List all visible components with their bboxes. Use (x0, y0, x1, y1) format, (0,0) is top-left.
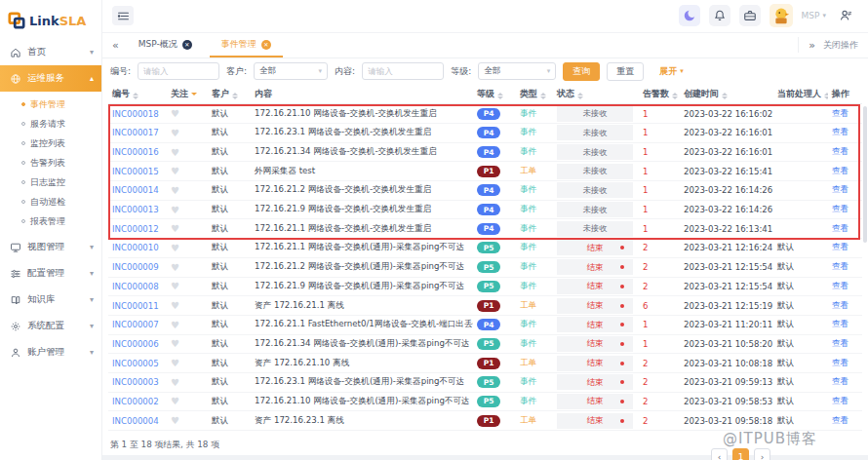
view-link[interactable]: 查看 (832, 338, 848, 348)
sidebar-item[interactable]: 账户管理▾ (0, 339, 101, 365)
heart-icon[interactable]: ♥ (171, 396, 179, 406)
filter-number-input[interactable] (138, 62, 219, 80)
dark-mode-toggle[interactable] (679, 5, 700, 26)
column-header[interactable]: 操作 (828, 85, 862, 104)
view-link[interactable]: 查看 (832, 300, 848, 310)
incident-link[interactable]: INC000016 (112, 147, 159, 157)
tabs-scroll-right-icon[interactable]: » (809, 39, 815, 52)
filter-customer-select[interactable]: 全部 ▾ (254, 62, 328, 80)
sort-icon[interactable] (133, 93, 138, 99)
notifications-button[interactable] (709, 5, 730, 26)
table-scrollbar[interactable] (863, 106, 867, 243)
heart-icon[interactable]: ♥ (171, 262, 179, 273)
column-header[interactable]: 客户 (208, 85, 251, 104)
filter-level-select[interactable]: 全部 ▾ (478, 62, 556, 80)
column-header[interactable]: 创建时间 (680, 85, 773, 104)
heart-icon[interactable]: ♥ (171, 205, 179, 215)
view-link[interactable]: 查看 (832, 223, 848, 233)
view-link[interactable]: 查看 (832, 261, 848, 271)
sort-icon[interactable] (577, 93, 583, 99)
prev-page-button[interactable]: ‹ (711, 448, 728, 460)
column-header[interactable]: 编号 (108, 85, 167, 104)
view-link[interactable]: 查看 (832, 108, 848, 118)
incident-link[interactable]: INC000003 (112, 377, 159, 387)
incident-link[interactable]: INC000004 (112, 416, 159, 426)
heart-icon[interactable]: ♥ (171, 185, 179, 196)
incident-link[interactable]: INC000008 (112, 282, 159, 291)
user-menu[interactable]: MSP ▾ (802, 11, 826, 20)
column-header[interactable]: 状态 (553, 85, 639, 104)
tab-close-icon[interactable]: ✕ (261, 40, 271, 50)
column-header[interactable]: 告警数 (639, 85, 680, 104)
heart-icon[interactable]: ♥ (171, 243, 179, 253)
page-1-button[interactable]: 1 (732, 448, 749, 460)
tab-close-icon[interactable]: ✕ (182, 40, 192, 50)
heart-icon[interactable]: ♥ (171, 415, 179, 426)
user-avatar[interactable] (769, 4, 793, 27)
view-link[interactable]: 查看 (832, 166, 848, 175)
view-link[interactable]: 查看 (832, 204, 848, 213)
column-header[interactable]: 当前处理人 (773, 85, 828, 104)
incident-link[interactable]: INC000018 (112, 109, 159, 119)
view-link[interactable]: 查看 (832, 415, 848, 425)
incident-link[interactable]: INC000005 (112, 359, 159, 368)
sidebar-subitem[interactable]: 报表管理 (0, 211, 101, 231)
heart-icon[interactable]: ♥ (171, 281, 179, 291)
tabs-scroll-left-icon[interactable]: « (112, 39, 119, 52)
incident-link[interactable]: INC000017 (112, 128, 159, 137)
sidebar-subitem[interactable]: 事件管理 (0, 95, 101, 114)
incident-link[interactable]: INC000011 (112, 301, 159, 311)
sidebar-subitem[interactable]: 日志监控 (0, 172, 101, 192)
column-header[interactable]: 内容 (251, 85, 473, 104)
sort-icon[interactable] (540, 93, 546, 99)
tab-active[interactable]: 事件管理✕ (210, 33, 283, 58)
view-link[interactable]: 查看 (832, 184, 848, 194)
switch-account-button[interactable] (835, 5, 856, 26)
heart-icon[interactable]: ♥ (171, 358, 179, 368)
reset-button[interactable]: 重置 (607, 62, 644, 81)
heart-icon[interactable]: ♥ (171, 108, 179, 119)
sidebar-item-home[interactable]: 首页▾ (0, 39, 101, 65)
sidebar-item-ops[interactable]: 运维服务▴ (0, 65, 101, 92)
sidebar-item[interactable]: 知识库▾ (0, 287, 101, 313)
column-header[interactable]: 关注 (167, 85, 208, 104)
sort-icon[interactable] (497, 93, 503, 99)
heart-icon[interactable]: ♥ (171, 377, 179, 388)
sidebar-item[interactable]: 系统配置▾ (0, 313, 101, 339)
search-button[interactable]: 查询 (563, 62, 600, 81)
sort-icon[interactable] (232, 93, 238, 99)
sidebar-item[interactable]: 视图管理▾ (0, 234, 101, 260)
sort-icon[interactable] (191, 93, 197, 96)
view-link[interactable]: 查看 (832, 281, 848, 290)
sidebar-subitem[interactable]: 告警列表 (0, 153, 101, 172)
heart-icon[interactable]: ♥ (171, 223, 179, 234)
heart-icon[interactable]: ♥ (171, 338, 179, 349)
filter-content-input[interactable] (362, 62, 444, 80)
sort-icon[interactable] (722, 93, 728, 99)
incident-link[interactable]: INC000012 (112, 224, 159, 234)
view-link[interactable]: 查看 (832, 127, 848, 136)
incident-link[interactable]: INC000007 (112, 320, 159, 329)
sidebar-subitem[interactable]: 自动巡检 (0, 192, 101, 211)
incident-link[interactable]: INC000002 (112, 397, 159, 406)
incident-link[interactable]: INC000015 (112, 167, 159, 176)
heart-icon[interactable]: ♥ (171, 320, 179, 330)
incident-link[interactable]: INC000013 (112, 205, 159, 214)
view-link[interactable]: 查看 (832, 146, 848, 156)
sidebar-collapse-button[interactable] (112, 6, 134, 25)
view-link[interactable]: 查看 (832, 319, 848, 328)
view-link[interactable]: 查看 (832, 242, 848, 251)
heart-icon[interactable]: ♥ (171, 147, 179, 158)
column-header[interactable]: 类型 (516, 85, 553, 104)
sidebar-item[interactable]: 配置管理▾ (0, 260, 101, 287)
incident-link[interactable]: INC000006 (112, 339, 159, 349)
sidebar-subitem[interactable]: 服务请求 (0, 114, 101, 134)
view-link[interactable]: 查看 (832, 376, 848, 386)
incident-link[interactable]: INC000009 (112, 262, 159, 272)
sidebar-subitem[interactable]: 监控列表 (0, 134, 101, 153)
incident-link[interactable]: INC000014 (112, 185, 159, 195)
close-operations-button[interactable]: 关闭操作 (823, 39, 858, 52)
view-link[interactable]: 查看 (832, 358, 848, 367)
next-page-button[interactable]: › (754, 448, 770, 460)
heart-icon[interactable]: ♥ (171, 300, 179, 311)
